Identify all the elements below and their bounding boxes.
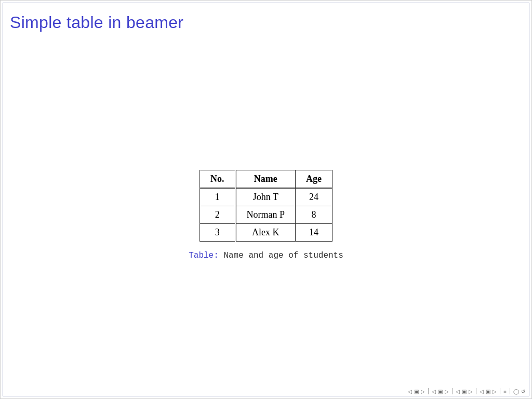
table-row: 2 Norman P 8	[200, 206, 332, 224]
nav-separator5	[510, 388, 510, 394]
cell-name-2: Norman P	[235, 206, 296, 224]
nav-menu3-icon[interactable]: ▣	[462, 389, 467, 394]
nav-menu-icon[interactable]: ▣	[414, 389, 419, 394]
table-header-row: No. Name Age	[200, 170, 332, 189]
nav-separator2	[452, 388, 453, 394]
cell-age-2: 8	[296, 206, 332, 224]
cell-name-1: John T	[235, 188, 296, 206]
nav-prev3-icon[interactable]: ◁	[456, 389, 460, 394]
table-row: 1 John T 24	[200, 188, 332, 206]
slide-title: Simple table in beamer	[10, 13, 183, 32]
table-row: 3 Alex K 14	[200, 224, 332, 242]
nav-next2-icon[interactable]: ▷	[445, 389, 449, 394]
footer-nav: ◁ ▣ ▷ ◁ ▣ ▷ ◁ ▣ ▷ ◁ ▣ ▷ ≡ ◯ ↺	[408, 388, 525, 394]
nav-next3-icon[interactable]: ▷	[469, 389, 473, 394]
nav-circle-icon[interactable]: ◯	[513, 389, 519, 394]
caption-text: Name and age of students	[219, 251, 343, 260]
table-container: No. Name Age 1 John T 24 2 Norman P 8 3	[189, 170, 343, 260]
nav-prev2-icon[interactable]: ◁	[432, 389, 436, 394]
cell-no-1: 1	[200, 188, 236, 206]
nav-next-icon[interactable]: ▷	[421, 389, 425, 394]
caption-label: Table:	[189, 251, 219, 260]
slide-content: No. Name Age 1 John T 24 2 Norman P 8 3	[1, 52, 531, 378]
col-header-age: Age	[296, 170, 332, 189]
nav-return-icon[interactable]: ↺	[521, 389, 525, 394]
cell-no-3: 3	[200, 224, 236, 242]
cell-no-2: 2	[200, 206, 236, 224]
data-table: No. Name Age 1 John T 24 2 Norman P 8 3	[200, 170, 332, 242]
nav-prev4-icon[interactable]: ◁	[480, 389, 484, 394]
nav-next4-icon[interactable]: ▷	[493, 389, 497, 394]
nav-menu2-icon[interactable]: ▣	[438, 389, 443, 394]
cell-age-3: 14	[296, 224, 332, 242]
nav-align-icon[interactable]: ≡	[503, 389, 507, 394]
cell-age-1: 24	[296, 188, 332, 206]
nav-menu4-icon[interactable]: ▣	[486, 389, 490, 394]
table-caption: Table: Name and age of students	[189, 251, 343, 260]
cell-name-3: Alex K	[235, 224, 296, 242]
col-header-name: Name	[235, 170, 296, 189]
nav-separator3	[476, 388, 476, 394]
nav-prev-icon[interactable]: ◁	[408, 389, 412, 394]
nav-separator	[428, 388, 429, 394]
col-header-no: No.	[200, 170, 236, 189]
nav-separator4	[500, 388, 500, 394]
